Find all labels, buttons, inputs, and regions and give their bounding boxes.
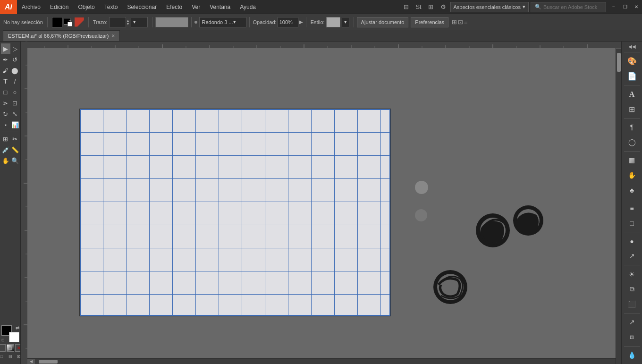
default-colors-icon[interactable]: ⊡ [1,338,5,342]
rp-type-btn[interactable]: A [623,87,641,102]
artboard[interactable] [79,109,391,316]
rp-circle-btn[interactable]: ◯ [623,135,641,149]
rp-color-btn[interactable]: 🎨 [623,54,641,68]
fill-mode-icon[interactable] [0,344,6,352]
panel-icon-4[interactable]: ⚙ [438,2,448,12]
rp-layer-btn[interactable]: ⧉ [623,282,641,296]
screen-mode-icon[interactable]: □ [0,353,6,360]
column-chart-tool[interactable]: 📊 [10,119,20,130]
rp-rect-btn[interactable]: □ [623,216,641,230]
canvas-scrollbar[interactable]: ▲ [616,42,621,364]
ellipse-tool[interactable]: ○ [10,87,20,97]
change-screen-icon[interactable]: ⊟ [7,353,14,360]
layout-icon-3[interactable]: ≡ [464,18,468,25]
rp-para-btn[interactable]: ¶ [623,120,641,135]
eyedropper-tool[interactable]: 💉 [1,144,10,155]
type-tool[interactable]: T [1,76,10,86]
warp-tool[interactable]: ⋗ [1,98,10,108]
brush-select[interactable]: Redondo 3 ...▾ [194,17,246,27]
document-tab[interactable]: ESTEEM.ai* al 66,67% (RGB/Previsualizar)… [3,30,120,41]
menu-seleccionar[interactable]: Seleccionar [122,0,161,14]
stroke-color-indicator[interactable]: ↔ [64,18,72,26]
background-color[interactable] [9,332,19,342]
rotate-tool[interactable]: ↻ [1,109,10,119]
layout-icon-1[interactable]: ⊞ [452,18,457,25]
style-color[interactable] [326,17,340,27]
zoom-tool[interactable]: 🔍 [10,155,20,166]
rp-align-btn[interactable]: ⊞ [623,102,641,116]
restore-button[interactable]: ❐ [621,3,629,11]
line-tool[interactable]: / [10,76,20,86]
layout-icon-2[interactable]: ⊡ [458,18,463,25]
menu-ventana[interactable]: Ventana [205,0,235,14]
rp-artboard-btn[interactable]: ⬛ [623,297,641,311]
none-mode-icon[interactable]: ✕ [15,344,21,352]
rp-sun-btn[interactable]: ☀ [623,267,641,281]
rect-tool[interactable]: □ [1,87,10,97]
color-area: ⇄ ⊡ ◫ ✕ □ ⊟ ⊠ [0,323,21,362]
select-tool[interactable]: ▶ [1,43,10,54]
v-guide-6 [219,109,219,316]
direct-select-tool[interactable]: ▷ [10,43,20,54]
menu-objeto[interactable]: Objeto [73,0,99,14]
workspace-selector[interactable]: Aspectos esenciales clásicos ▾ [450,2,529,12]
scale-tool[interactable]: ⤡ [10,109,20,119]
brush-tool[interactable]: 🖌 [1,65,10,76]
panel-icon-2[interactable]: St [414,2,424,12]
rp-lines-btn[interactable]: ≡ [623,201,641,215]
rp-export-btn[interactable]: ↗ [623,249,641,263]
rp-hand-btn[interactable]: ✋ [623,168,641,182]
canvas-h-scrollbar[interactable]: ◀ [27,358,616,364]
rp-appearance-btn[interactable]: 📄 [623,69,641,83]
symbol-sprayer-tool[interactable]: ⋆ [1,119,10,130]
menu-texto[interactable]: Texto [100,0,123,14]
opacity-input[interactable] [278,17,298,27]
minimize-button[interactable]: − [610,3,617,11]
opacity-arrow[interactable]: ▶ [299,19,303,25]
v-guide-9 [288,109,288,316]
menu-archivo[interactable]: Archivo [17,0,45,14]
gradient-mode-icon[interactable]: ◫ [7,344,14,352]
hand-tool[interactable]: ✋ [1,155,10,166]
menu-edicion[interactable]: Edición [45,0,73,14]
rp-pattern-btn[interactable]: ⧈ [623,330,641,344]
slice-tool[interactable]: ✂ [10,134,20,144]
menu-efecto[interactable]: Efecto [161,0,187,14]
swap-colors-icon[interactable]: ⇄ [16,325,19,330]
style-dropdown[interactable]: ▾ [342,17,349,27]
menu-ayuda[interactable]: Ayuda [235,0,261,14]
scroll-left-arrow[interactable]: ◀ [27,359,35,364]
scroll-thumb-h[interactable] [39,360,58,364]
canvas-area[interactable]: ▲ ◀ [21,42,621,364]
fill-color[interactable] [52,17,62,27]
curvature-tool[interactable]: ↺ [10,54,20,65]
panel-icon-3[interactable]: ⊞ [426,2,436,12]
transform-tool[interactable]: ⊡ [10,98,20,108]
rp-sphere-btn[interactable]: ● [623,234,641,248]
adjust-button[interactable]: Ajustar documento [357,17,409,27]
stroke-spinner[interactable]: ▲ ▼ [127,19,130,25]
stroke-options[interactable] [75,17,84,27]
rp-link-btn[interactable]: ↗ [623,315,641,330]
close-button[interactable]: ✕ [633,3,640,11]
rp-club-btn[interactable]: ♣ [623,183,641,197]
blob-tool[interactable]: ⬤ [10,65,20,76]
brush-dropdown[interactable]: Redondo 3 ...▾ [199,17,246,27]
rp-eyedrop-btn[interactable]: 💧 [623,348,641,363]
pen-tool[interactable]: ✒ [1,54,10,65]
stroke-input[interactable] [109,17,126,27]
artboard-tool[interactable]: ⊞ [1,134,10,144]
fullscreen-icon[interactable]: ⊠ [15,353,21,360]
panel-icon-1[interactable]: ⊟ [401,2,412,12]
search-input[interactable] [543,4,602,10]
stock-search[interactable]: 🔍 [531,2,606,12]
preferences-button[interactable]: Preferencias [411,17,448,27]
scroll-thumb-v[interactable] [617,53,621,72]
measure-tool[interactable]: 📏 [10,144,20,155]
stroke-value[interactable]: ▲ ▼ [109,17,130,27]
stroke-dropdown[interactable]: ▾ [131,17,148,27]
tab-close[interactable]: × [111,33,115,39]
menu-ver[interactable]: Ver [187,0,205,14]
rp-grid-btn[interactable]: ▦ [623,153,641,168]
rp-collapse[interactable]: ◀◀ [623,43,641,50]
